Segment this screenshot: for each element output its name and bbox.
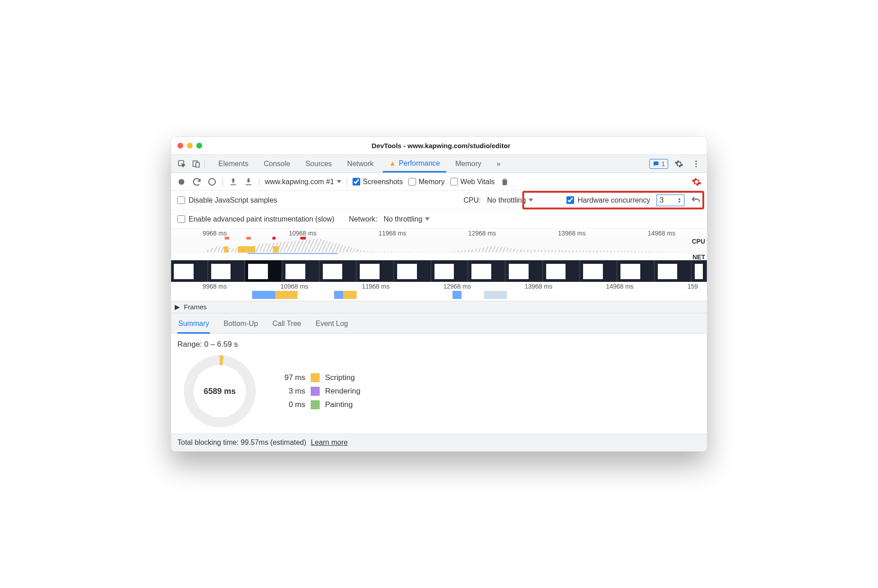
- filmstrip[interactable]: [171, 260, 707, 282]
- chevron-down-icon: [425, 217, 430, 221]
- separator: [204, 159, 205, 168]
- overview-net-lane: NET: [171, 254, 707, 260]
- tab-elements[interactable]: Elements: [212, 156, 255, 172]
- filmstrip-frame[interactable]: [394, 260, 431, 282]
- filmstrip-frame[interactable]: [357, 260, 394, 282]
- devtools-window: DevTools - www.kapwing.com/studio/editor…: [171, 136, 707, 452]
- target-select[interactable]: www.kapwing.com #1: [265, 178, 341, 186]
- cpu-throttle-label: CPU:: [464, 196, 481, 204]
- tab-event-log[interactable]: Event Log: [315, 317, 349, 333]
- more-menu-icon[interactable]: [690, 158, 702, 170]
- tab-network[interactable]: Network: [341, 156, 380, 172]
- hardware-concurrency-input[interactable]: 3 ▲▼: [656, 194, 684, 206]
- cpu-throttle-select[interactable]: No throttling: [487, 196, 533, 204]
- network-throttle-select[interactable]: No throttling: [384, 215, 430, 223]
- disable-js-samples-checkbox[interactable]: Disable JavaScript samples: [177, 196, 277, 204]
- record-icon[interactable]: [177, 177, 186, 187]
- tab-bottom-up[interactable]: Bottom-Up: [222, 317, 258, 333]
- filmstrip-frame[interactable]: [171, 260, 208, 282]
- donut-total: 6589 ms: [204, 387, 235, 396]
- zoom-window-icon[interactable]: [196, 143, 202, 149]
- svg-rect-2: [196, 162, 199, 167]
- panel-tabs-bar: Elements Console Sources Network ▲ Perfo…: [171, 155, 707, 173]
- filmstrip-frame[interactable]: [320, 260, 357, 282]
- settings-gear-icon[interactable]: [673, 158, 685, 170]
- filmstrip-frame[interactable]: [432, 260, 468, 282]
- download-profile-icon[interactable]: [244, 177, 253, 187]
- swatch-icon: [311, 387, 320, 396]
- panel-tabs: Elements Console Sources Network ▲ Perfo…: [212, 156, 507, 172]
- filmstrip-frame[interactable]: [245, 260, 282, 282]
- clear-icon[interactable]: [207, 177, 217, 187]
- reload-record-icon[interactable]: [192, 177, 202, 187]
- tabs-overflow-icon[interactable]: »: [490, 156, 507, 172]
- advanced-paint-checkbox[interactable]: Enable advanced paint instrumentation (s…: [177, 215, 335, 223]
- expand-icon: ▶: [175, 303, 180, 311]
- filmstrip-frame[interactable]: [692, 260, 707, 282]
- window-title: DevTools - www.kapwing.com/studio/editor: [202, 142, 680, 149]
- filmstrip-frame[interactable]: [208, 260, 245, 282]
- capture-settings-row-2: Enable advanced paint instrumentation (s…: [171, 210, 707, 229]
- swatch-icon: [311, 400, 320, 409]
- learn-more-link[interactable]: Learn more: [311, 439, 348, 447]
- flamechart-tracks[interactable]: [171, 290, 707, 301]
- filmstrip-frame[interactable]: [580, 260, 617, 282]
- capture-settings-row-1: Disable JavaScript samples CPU: No throt…: [171, 191, 707, 210]
- summary-panel: Range: 0 – 6.59 s 6589 ms 97 ms Scriptin…: [171, 334, 707, 434]
- status-bar: Total blocking time: 99.57ms (estimated)…: [171, 434, 707, 451]
- flamechart-time-axis: 9968 ms 10968 ms 11968 ms 12968 ms 13968…: [171, 282, 707, 290]
- upload-profile-icon[interactable]: [228, 177, 238, 187]
- inspect-element-icon[interactable]: [176, 158, 188, 170]
- timeline-overview[interactable]: 9968 ms 10968 ms 11968 ms 12968 ms 13968…: [171, 229, 707, 313]
- stepper-arrows-icon[interactable]: ▲▼: [678, 197, 681, 204]
- issues-count: 1: [661, 160, 665, 167]
- svg-point-3: [695, 160, 697, 162]
- tab-memory[interactable]: Memory: [449, 156, 488, 172]
- screenshots-checkbox[interactable]: Screenshots: [353, 178, 403, 186]
- filmstrip-frame[interactable]: [655, 260, 692, 282]
- reset-concurrency-icon[interactable]: [691, 195, 701, 205]
- svg-point-4: [695, 163, 697, 164]
- network-throttle-label: Network:: [349, 215, 377, 223]
- target-select-label: www.kapwing.com #1: [265, 178, 334, 186]
- filmstrip-frame[interactable]: [506, 260, 543, 282]
- overview-time-axis: 9968 ms 10968 ms 11968 ms 12968 ms 13968…: [171, 229, 707, 237]
- tab-performance-label: Performance: [399, 159, 440, 167]
- details-tabs: Summary Bottom-Up Call Tree Event Log: [171, 313, 707, 334]
- minimize-window-icon[interactable]: [187, 143, 193, 149]
- filmstrip-frame[interactable]: [543, 260, 580, 282]
- tab-summary[interactable]: Summary: [177, 317, 210, 334]
- hardware-concurrency-checkbox[interactable]: Hardware concurrency: [566, 196, 650, 204]
- traffic-lights: [177, 143, 202, 149]
- memory-checkbox[interactable]: Memory: [408, 178, 445, 186]
- overview-cpu-lane: CPU: [171, 237, 707, 254]
- separator: [347, 177, 347, 186]
- separator: [259, 177, 259, 186]
- summary-legend: 97 ms Scripting 3 ms Rendering 0 ms Pain…: [278, 373, 360, 409]
- filmstrip-frame[interactable]: [469, 260, 505, 282]
- legend-row-rendering: 3 ms Rendering: [278, 387, 360, 396]
- filmstrip-frame[interactable]: [618, 260, 654, 282]
- tab-sources[interactable]: Sources: [299, 156, 338, 172]
- capture-settings-gear-icon[interactable]: [692, 177, 701, 187]
- total-blocking-time: Total blocking time: 99.57ms (estimated): [177, 439, 306, 447]
- cpu-lane-label: CPU: [692, 238, 705, 245]
- chevron-down-icon: [337, 180, 341, 183]
- svg-point-6: [179, 179, 185, 185]
- filmstrip-frame[interactable]: [283, 260, 319, 282]
- summary-donut-chart: 6589 ms: [184, 355, 256, 427]
- perf-toolbar: www.kapwing.com #1 Screenshots Memory We…: [171, 173, 707, 191]
- trash-icon[interactable]: [500, 177, 510, 187]
- net-lane-label: NET: [692, 253, 705, 261]
- swatch-icon: [311, 373, 320, 382]
- issues-badge[interactable]: 1: [649, 159, 668, 169]
- close-window-icon[interactable]: [177, 143, 183, 149]
- legend-row-scripting: 97 ms Scripting: [278, 373, 360, 382]
- tab-call-tree[interactable]: Call Tree: [272, 317, 302, 333]
- svg-point-5: [695, 166, 697, 167]
- tab-performance[interactable]: ▲ Performance: [383, 156, 446, 172]
- frames-track-header[interactable]: ▶ Frames: [171, 301, 707, 313]
- device-toggle-icon[interactable]: [190, 158, 203, 170]
- tab-console[interactable]: Console: [258, 156, 297, 172]
- webvitals-checkbox[interactable]: Web Vitals: [450, 178, 495, 186]
